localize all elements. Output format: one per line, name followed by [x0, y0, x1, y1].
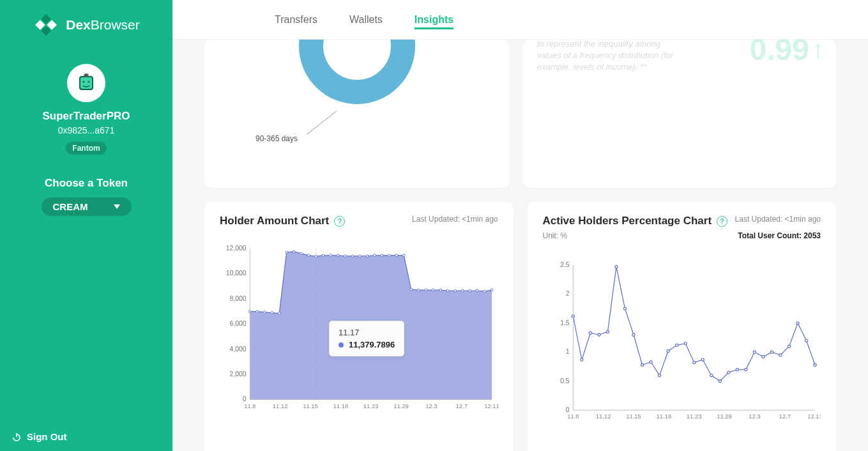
svg-point-71 [580, 358, 582, 361]
caret-down-icon [114, 204, 120, 209]
svg-text:11.23: 11.23 [363, 402, 379, 409]
svg-text:2: 2 [565, 290, 569, 297]
svg-text:11.12: 11.12 [595, 413, 611, 420]
svg-text:11.8: 11.8 [244, 402, 255, 409]
svg-text:4,000: 4,000 [230, 346, 247, 353]
svg-point-74 [606, 330, 609, 333]
logo[interactable]: DexBrowser [33, 11, 140, 38]
svg-text:10,000: 10,000 [226, 270, 247, 277]
power-icon [11, 432, 22, 442]
svg-point-22 [271, 312, 273, 314]
token-selected-value: CREAM [53, 201, 88, 212]
choose-token-label: Choose a Token [45, 177, 128, 190]
svg-text:12.11: 12.11 [807, 413, 821, 420]
svg-point-92 [761, 355, 764, 358]
svg-text:0: 0 [243, 395, 247, 402]
svg-point-98 [813, 363, 816, 366]
svg-point-36 [374, 254, 376, 257]
svg-point-34 [359, 255, 362, 257]
holder-amount-card: Holder Amount Chart ? Last Updated: <1mi… [204, 202, 514, 451]
svg-text:12,000: 12,000 [226, 245, 247, 252]
svg-text:11.29: 11.29 [393, 402, 409, 409]
tab-wallets[interactable]: Wallets [349, 3, 383, 37]
svg-point-20 [256, 310, 259, 313]
svg-point-32 [344, 255, 347, 257]
svg-point-93 [770, 351, 773, 353]
series-dot-icon [339, 342, 344, 348]
svg-point-26 [300, 252, 303, 255]
svg-point-73 [597, 333, 600, 336]
svg-point-38 [388, 254, 390, 257]
tabs: Transfers Wallets Insights [172, 0, 868, 40]
network-badge[interactable]: Fantom [66, 142, 106, 155]
svg-point-21 [263, 311, 266, 314]
svg-point-40 [402, 254, 405, 257]
svg-text:11.12: 11.12 [273, 402, 288, 409]
svg-point-89 [736, 368, 738, 371]
svg-point-45 [439, 289, 442, 291]
tab-transfers[interactable]: Transfers [275, 3, 317, 37]
active-holders-chart[interactable]: 00.511.522.511.811.1211.1511.1811.2311.2… [543, 248, 821, 440]
svg-point-88 [727, 371, 729, 374]
svg-point-29 [322, 254, 324, 257]
svg-point-90 [744, 368, 747, 371]
svg-text:11.15: 11.15 [626, 413, 641, 420]
total-user-count: Total User Count: 2053 [738, 231, 821, 240]
svg-text:12.3: 12.3 [749, 413, 760, 420]
svg-text:11.18: 11.18 [656, 413, 671, 420]
help-icon[interactable]: ? [334, 216, 345, 227]
holder-chart-updated: Last Updated: <1min ago [412, 215, 498, 224]
token-select[interactable]: CREAM [42, 197, 132, 216]
svg-text:6,000: 6,000 [230, 320, 247, 327]
holder-chart-title: Holder Amount Chart ? [220, 215, 345, 227]
svg-point-72 [589, 332, 591, 334]
svg-point-27 [307, 254, 310, 257]
svg-point-95 [788, 345, 790, 348]
avatar[interactable] [67, 64, 105, 102]
donut-slice-label: 90-365 days [255, 134, 298, 143]
svg-text:8,000: 8,000 [230, 295, 247, 302]
svg-point-30 [330, 254, 332, 257]
active-chart-updated: Last Updated: <1min ago [735, 215, 821, 224]
svg-point-75 [614, 266, 617, 268]
svg-text:12.7: 12.7 [455, 402, 467, 409]
svg-text:11.23: 11.23 [686, 413, 701, 420]
svg-point-83 [684, 342, 687, 345]
svg-point-97 [805, 339, 807, 342]
svg-point-42 [417, 289, 420, 291]
svg-point-28 [315, 255, 317, 257]
svg-point-46 [446, 289, 449, 292]
wallet-address: 0x9825...a671 [58, 125, 115, 135]
help-icon[interactable]: ? [717, 216, 727, 227]
gini-description: to represent the inequality among values… [537, 40, 684, 73]
sign-out-button[interactable]: Sign Out [11, 431, 67, 442]
svg-text:0: 0 [565, 406, 569, 413]
svg-text:11.18: 11.18 [333, 402, 349, 409]
svg-point-51 [483, 290, 486, 293]
svg-point-24 [286, 251, 288, 254]
svg-point-91 [753, 351, 756, 353]
tab-insights[interactable]: Insights [415, 3, 453, 37]
svg-point-37 [381, 254, 383, 257]
username: SuperTraderPRO [43, 110, 130, 123]
active-chart-title: Active Holders Percentage Chart ? [543, 215, 728, 227]
svg-point-47 [454, 289, 457, 292]
svg-text:2.5: 2.5 [560, 261, 570, 268]
svg-point-52 [491, 289, 493, 291]
svg-text:2,000: 2,000 [230, 371, 247, 378]
svg-point-80 [658, 374, 660, 377]
brand-text: DexBrowser [66, 17, 140, 33]
sign-out-label: Sign Out [27, 431, 67, 442]
donut-chart [293, 40, 421, 110]
active-holders-card: Active Holders Percentage Chart ? Last U… [528, 202, 837, 451]
svg-point-85 [701, 358, 704, 361]
svg-point-77 [632, 333, 634, 336]
gini-value: 0.99↑ [750, 40, 825, 67]
svg-text:1: 1 [565, 348, 569, 355]
main-content: Transfers Wallets Insights 90-365 days [172, 0, 868, 451]
trend-up-icon: ↑ [812, 40, 825, 64]
svg-point-10 [311, 40, 403, 92]
svg-text:0.5: 0.5 [560, 378, 570, 385]
svg-point-33 [351, 255, 354, 257]
svg-point-86 [710, 374, 712, 377]
